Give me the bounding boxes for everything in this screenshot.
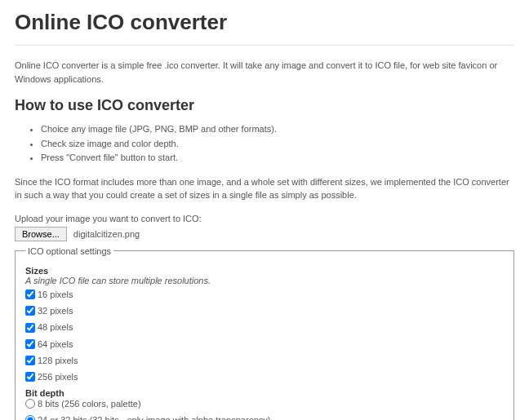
size-checkbox-128[interactable] <box>25 356 35 365</box>
howto-item: Choice any image file (JPG, PNG, BMP and… <box>41 122 514 137</box>
bitdepth-option[interactable]: 24 or 32 bits (32 bits - only image with… <box>25 414 504 420</box>
selected-file-name: digitalcitizen.png <box>73 229 140 239</box>
page-title: Online ICO converter <box>15 10 514 35</box>
size-option[interactable]: 128 pixels <box>25 355 504 366</box>
howto-item: Check size image and color depth. <box>41 137 514 152</box>
howto-heading: How to use ICO converter <box>15 97 514 114</box>
bitdepth-radio-8[interactable] <box>25 399 35 409</box>
divider <box>15 45 514 46</box>
browse-button[interactable]: Browse... <box>15 227 67 241</box>
howto-list: Choice any image file (JPG, PNG, BMP and… <box>41 122 514 166</box>
size-checkbox-256[interactable] <box>25 372 35 382</box>
bitdepth-radio-label: 8 bits (256 colors, palette) <box>38 398 141 409</box>
size-option[interactable]: 16 pixels <box>25 289 504 300</box>
howto-item: Press "Convert file" button to start. <box>41 151 514 166</box>
bitdepth-label: Bit depth <box>25 388 504 398</box>
upload-label: Upload your image you want to convert to… <box>15 214 514 223</box>
format-note: Since the ICO format includes more than … <box>15 175 514 202</box>
intro-text: Online ICO converter is a simple free .i… <box>15 59 514 86</box>
size-checkbox-label: 256 pixels <box>38 371 78 382</box>
size-option[interactable]: 48 pixels <box>25 321 504 333</box>
size-checkbox-16[interactable] <box>25 290 35 299</box>
size-checkbox-32[interactable] <box>25 306 35 316</box>
bitdepth-radio-24-32[interactable] <box>25 415 35 420</box>
size-option[interactable]: 32 pixels <box>25 305 504 316</box>
size-checkbox-label: 128 pixels <box>38 355 78 366</box>
fieldset-legend: ICO optional settings <box>25 246 113 256</box>
size-checkbox-label: 48 pixels <box>38 321 73 333</box>
sizes-hint: A single ICO file can store multiple res… <box>25 276 504 285</box>
bitdepth-option[interactable]: 8 bits (256 colors, palette) <box>25 398 504 409</box>
size-option[interactable]: 64 pixels <box>25 338 504 350</box>
size-checkbox-64[interactable] <box>25 339 35 349</box>
ico-settings-fieldset: ICO optional settings Sizes A single ICO… <box>15 246 514 420</box>
size-checkbox-label: 32 pixels <box>38 305 73 316</box>
size-option[interactable]: 256 pixels <box>25 371 504 382</box>
size-checkbox-48[interactable] <box>25 323 35 333</box>
bitdepth-radio-label: 24 or 32 bits (32 bits - only image with… <box>38 414 271 420</box>
file-picker-row: Browse... digitalcitizen.png <box>15 227 514 241</box>
size-checkbox-label: 64 pixels <box>38 338 73 350</box>
sizes-label: Sizes <box>25 266 504 276</box>
size-checkbox-label: 16 pixels <box>38 289 73 300</box>
